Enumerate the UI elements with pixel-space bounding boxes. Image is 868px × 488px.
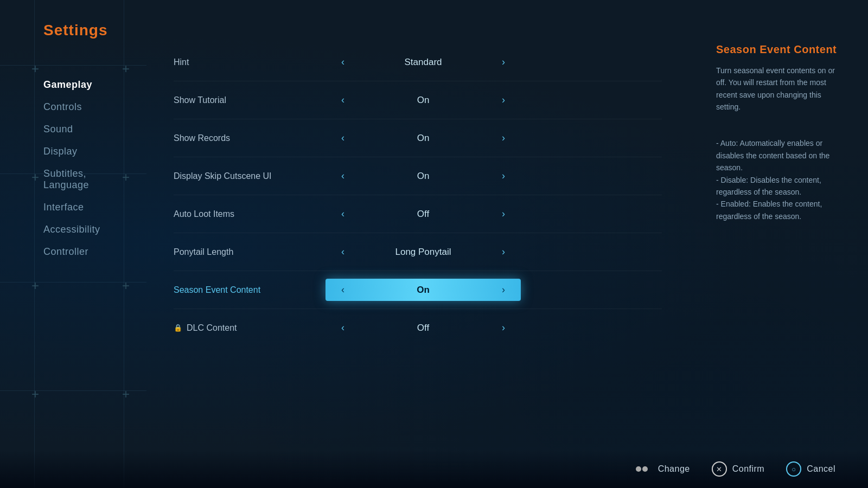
row-label-text-hint: Hint: [174, 57, 189, 67]
arrow-left-display-skip-cutscene[interactable]: ‹: [336, 170, 349, 182]
row-control-ponytail[interactable]: ‹Long Ponytail›: [326, 241, 521, 263]
sidebar-item-accessibility[interactable]: Accessibility: [43, 219, 130, 241]
row-label-show-records: Show Records: [174, 133, 326, 143]
settings-list: Hint‹Standard›Show Tutorial‹On›Show Reco…: [174, 43, 662, 346]
settings-row-auto-loot[interactable]: Auto Loot Items‹Off›: [174, 195, 662, 233]
info-panel: Season Event Content Turn seasonal event…: [684, 0, 868, 488]
arrow-right-show-tutorial[interactable]: ›: [497, 94, 510, 106]
row-label-text-season-event: Season Event Content: [174, 285, 260, 295]
sidebar-item-controls[interactable]: Controls: [43, 96, 130, 118]
sidebar-item-gameplay[interactable]: Gameplay: [43, 74, 130, 96]
row-control-display-skip-cutscene[interactable]: ‹On›: [326, 165, 521, 187]
row-label-text-auto-loot: Auto Loot Items: [174, 209, 234, 219]
sidebar-item-controller[interactable]: Controller: [43, 241, 130, 263]
settings-row-ponytail[interactable]: Ponytail Length‹Long Ponytail›: [174, 233, 662, 271]
arrow-right-show-records[interactable]: ›: [497, 132, 510, 144]
sidebar-item-display[interactable]: Display: [43, 140, 130, 163]
sidebar: Settings GameplayControlsSoundDisplaySub…: [0, 0, 141, 488]
arrow-right-ponytail[interactable]: ›: [497, 246, 510, 258]
row-value-show-tutorial: On: [349, 95, 497, 106]
row-label-text-show-records: Show Records: [174, 133, 230, 143]
settings-content: Hint‹Standard›Show Tutorial‹On›Show Reco…: [141, 0, 684, 488]
sidebar-item-sound[interactable]: Sound: [43, 118, 130, 140]
arrow-left-auto-loot[interactable]: ‹: [336, 208, 349, 220]
arrow-left-show-records[interactable]: ‹: [336, 132, 349, 144]
row-control-hint[interactable]: ‹Standard›: [326, 51, 521, 73]
arrow-right-season-event[interactable]: ›: [497, 284, 510, 296]
row-value-show-records: On: [349, 133, 497, 144]
row-label-show-tutorial: Show Tutorial: [174, 95, 326, 105]
arrow-left-ponytail[interactable]: ‹: [336, 246, 349, 258]
row-control-auto-loot[interactable]: ‹Off›: [326, 203, 521, 225]
row-control-show-tutorial[interactable]: ‹On›: [326, 89, 521, 111]
info-panel-description: Turn seasonal event contents on or off. …: [716, 65, 846, 222]
row-control-dlc-content[interactable]: ‹Off›: [326, 317, 521, 339]
settings-row-display-skip-cutscene[interactable]: Display Skip Cutscene UI‹On›: [174, 157, 662, 195]
nav-list: GameplayControlsSoundDisplaySubtitles, L…: [43, 74, 130, 263]
arrow-right-hint[interactable]: ›: [497, 56, 510, 68]
page-title: Settings: [43, 22, 130, 39]
row-label-text-ponytail: Ponytail Length: [174, 247, 233, 257]
settings-row-hint[interactable]: Hint‹Standard›: [174, 43, 662, 81]
main-layout: Settings GameplayControlsSoundDisplaySub…: [0, 0, 868, 488]
row-label-auto-loot: Auto Loot Items: [174, 209, 326, 219]
settings-row-season-event[interactable]: Season Event Content‹On›: [174, 271, 662, 309]
row-value-ponytail: Long Ponytail: [349, 247, 497, 258]
row-value-season-event: On: [349, 285, 497, 296]
row-label-display-skip-cutscene: Display Skip Cutscene UI: [174, 171, 326, 181]
arrow-right-auto-loot[interactable]: ›: [497, 208, 510, 220]
arrow-right-dlc-content[interactable]: ›: [497, 322, 510, 333]
row-label-ponytail: Ponytail Length: [174, 247, 326, 257]
arrow-left-show-tutorial[interactable]: ‹: [336, 94, 349, 106]
row-label-season-event: Season Event Content: [174, 285, 326, 295]
row-label-hint: Hint: [174, 57, 326, 67]
settings-row-show-records[interactable]: Show Records‹On›: [174, 119, 662, 157]
sidebar-item-subtitles[interactable]: Subtitles, Language: [43, 163, 130, 196]
settings-row-show-tutorial[interactable]: Show Tutorial‹On›: [174, 81, 662, 119]
row-value-auto-loot: Off: [349, 209, 497, 220]
settings-row-dlc-content[interactable]: 🔒DLC Content‹Off›: [174, 309, 662, 346]
row-label-text-show-tutorial: Show Tutorial: [174, 95, 226, 105]
arrow-right-display-skip-cutscene[interactable]: ›: [497, 170, 510, 182]
row-label-dlc-content: 🔒DLC Content: [174, 323, 326, 333]
arrow-left-dlc-content[interactable]: ‹: [336, 322, 349, 333]
info-panel-title: Season Event Content: [716, 43, 846, 56]
row-control-show-records[interactable]: ‹On›: [326, 127, 521, 149]
sidebar-item-interface[interactable]: Interface: [43, 196, 130, 219]
lock-icon: 🔒: [174, 324, 182, 332]
row-label-text-dlc-content: DLC Content: [187, 323, 237, 333]
row-value-dlc-content: Off: [349, 323, 497, 333]
row-value-display-skip-cutscene: On: [349, 171, 497, 182]
row-value-hint: Standard: [349, 57, 497, 68]
row-label-text-display-skip-cutscene: Display Skip Cutscene UI: [174, 171, 272, 181]
arrow-left-season-event[interactable]: ‹: [336, 284, 349, 296]
row-control-season-event[interactable]: ‹On›: [326, 279, 521, 301]
arrow-left-hint[interactable]: ‹: [336, 56, 349, 68]
